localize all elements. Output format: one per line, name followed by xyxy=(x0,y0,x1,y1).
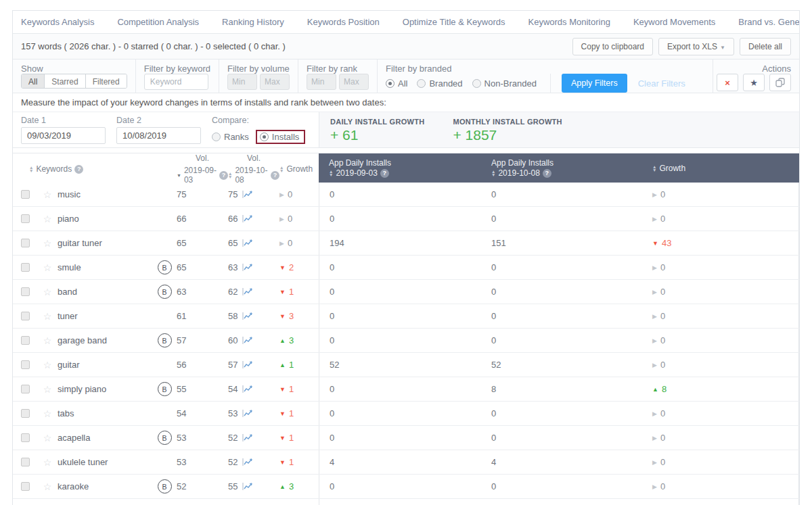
copy-to-clipboard-button[interactable]: Copy to clipboard xyxy=(572,38,653,55)
row-checkbox[interactable] xyxy=(21,433,30,442)
sort-icon[interactable]: ▲▼ xyxy=(652,165,656,172)
keywords-column-header[interactable]: ▲▼ Keywords ? xyxy=(13,164,152,174)
line-chart-icon[interactable] xyxy=(242,312,253,320)
line-chart-icon[interactable] xyxy=(242,336,253,345)
star-icon[interactable]: ☆ xyxy=(43,384,52,395)
star-icon[interactable]: ☆ xyxy=(43,238,52,249)
compare-option-installs[interactable]: Installs xyxy=(256,130,305,144)
tab-ranking-history[interactable]: Ranking History xyxy=(222,11,284,34)
sort-icon[interactable]: ▲▼ xyxy=(491,170,495,176)
star-icon[interactable]: ☆ xyxy=(43,360,52,370)
rank-min-input[interactable] xyxy=(307,74,336,90)
row-checkbox[interactable] xyxy=(21,239,30,247)
row-checkbox[interactable] xyxy=(21,287,30,296)
star-icon[interactable]: ☆ xyxy=(43,457,52,468)
growth-column-header[interactable]: ▲▼ Growth xyxy=(279,164,319,174)
row-checkbox[interactable] xyxy=(21,482,30,491)
star-icon[interactable]: ☆ xyxy=(43,408,52,419)
date2-label: Date 2 xyxy=(116,116,201,125)
delete-action-button[interactable]: × xyxy=(717,74,738,91)
volume-min-input[interactable] xyxy=(227,74,257,90)
branded-option-branded[interactable]: Branded xyxy=(417,78,462,89)
row-checkbox[interactable] xyxy=(21,458,30,466)
vol-header-label: Vol. xyxy=(196,153,209,163)
table-body: ☆music7575▶000▶0☆piano6666▶000▶0☆guitar … xyxy=(13,183,799,505)
vol-date2-cell: 63 xyxy=(228,262,279,272)
star-icon[interactable]: ☆ xyxy=(43,335,52,346)
sort-icon[interactable]: ▲▼ xyxy=(228,172,232,178)
star-icon[interactable]: ☆ xyxy=(43,311,52,322)
date1-input[interactable] xyxy=(21,127,106,144)
export-to-xls-button[interactable]: Export to XLS▼ xyxy=(658,38,734,55)
installs-growth-column-header[interactable]: ▲▼ Growth xyxy=(642,153,799,183)
sort-icon[interactable]: ▲▼ xyxy=(29,166,33,172)
growth-header-label: Growth xyxy=(659,164,685,173)
line-chart-icon[interactable] xyxy=(242,409,253,418)
rank-max-input[interactable] xyxy=(339,74,369,90)
row-checkbox[interactable] xyxy=(21,336,30,345)
row-checkbox[interactable] xyxy=(21,214,30,223)
line-chart-icon[interactable] xyxy=(242,239,253,247)
vol-date2-column-header[interactable]: Vol. ▲▼ 2019-10-08 ? xyxy=(228,153,279,185)
sort-desc-icon[interactable]: ▼ xyxy=(177,173,181,178)
tab-keywords-analysis[interactable]: Keywords Analysis xyxy=(21,11,94,34)
line-chart-icon[interactable] xyxy=(242,190,253,199)
line-chart-icon[interactable] xyxy=(242,458,253,466)
tab-brand-vs-generic[interactable]: Brand vs. Generic xyxy=(738,11,800,34)
volume-max-input[interactable] xyxy=(260,74,290,90)
help-icon[interactable]: ? xyxy=(271,171,279,180)
tab-keywords-position[interactable]: Keywords Position xyxy=(307,11,380,34)
apply-filters-button[interactable]: Apply Filters xyxy=(562,74,627,93)
growth-value: 43 xyxy=(662,238,671,248)
row-checkbox[interactable] xyxy=(21,263,30,272)
star-icon[interactable]: ☆ xyxy=(43,287,52,297)
row-checkbox[interactable] xyxy=(21,190,30,199)
line-chart-icon[interactable] xyxy=(242,360,253,369)
arrow-down-icon: ▼ xyxy=(279,313,286,320)
star-icon[interactable]: ☆ xyxy=(43,189,52,200)
star-icon[interactable]: ☆ xyxy=(43,262,52,273)
line-chart-icon[interactable] xyxy=(242,433,253,442)
installs-growth-cell: ▲8 xyxy=(642,377,799,401)
tab-keywords-monitoring[interactable]: Keywords Monitoring xyxy=(528,11,610,34)
installs-date1-column-header[interactable]: App Daily Installs ▲▼ 2019-09-03 ? xyxy=(319,153,481,183)
tab-keyword-movements[interactable]: Keyword Movements xyxy=(633,11,715,34)
help-icon[interactable]: ? xyxy=(219,171,228,180)
row-checkbox[interactable] xyxy=(21,385,30,393)
vol-date1-column-header[interactable]: Vol. ▼ 2019-09-03 ? xyxy=(177,153,228,185)
line-chart-icon[interactable] xyxy=(242,287,253,296)
star-icon[interactable]: ☆ xyxy=(43,433,52,443)
show-option-starred[interactable]: Starred xyxy=(45,74,85,88)
row-star-cell: ☆ xyxy=(37,287,58,297)
keyword-filter-input[interactable] xyxy=(144,74,208,90)
show-option-all[interactable]: All xyxy=(22,74,45,88)
branded-option-non-branded[interactable]: Non-Branded xyxy=(472,78,537,89)
help-icon[interactable]: ? xyxy=(380,169,389,178)
sort-icon[interactable]: ▲▼ xyxy=(329,170,333,176)
clear-filters-button[interactable]: Clear Filters xyxy=(638,78,685,89)
growth-value: 0 xyxy=(660,214,665,224)
copy-action-button[interactable] xyxy=(769,74,791,91)
star-icon[interactable]: ☆ xyxy=(43,481,52,492)
star-action-button[interactable]: ★ xyxy=(743,74,765,91)
delete-all-button[interactable]: Delete all xyxy=(740,38,791,55)
line-chart-icon[interactable] xyxy=(242,385,253,393)
compare-label: Compare: xyxy=(212,116,305,125)
show-option-filtered[interactable]: Filtered xyxy=(86,74,127,88)
compare-option-ranks[interactable]: Ranks xyxy=(212,132,249,142)
sort-icon[interactable]: ▲▼ xyxy=(279,166,284,172)
installs-date2-column-header[interactable]: App Daily Installs ▲▼ 2019-10-08 ? xyxy=(481,153,642,183)
help-icon[interactable]: ? xyxy=(543,169,551,178)
line-chart-icon[interactable] xyxy=(242,482,253,491)
line-chart-icon[interactable] xyxy=(242,214,253,223)
date2-input[interactable] xyxy=(116,127,201,144)
row-checkbox[interactable] xyxy=(21,409,30,418)
branded-option-all[interactable]: All xyxy=(386,78,407,89)
tab-competition-analysis[interactable]: Competition Analysis xyxy=(117,11,199,34)
tab-optimize-title-keywords[interactable]: Optimize Title & Keywords xyxy=(403,11,505,34)
star-icon[interactable]: ☆ xyxy=(43,214,52,224)
help-icon[interactable]: ? xyxy=(74,165,83,174)
row-checkbox[interactable] xyxy=(21,360,30,369)
row-checkbox[interactable] xyxy=(21,312,30,320)
line-chart-icon[interactable] xyxy=(242,263,253,272)
